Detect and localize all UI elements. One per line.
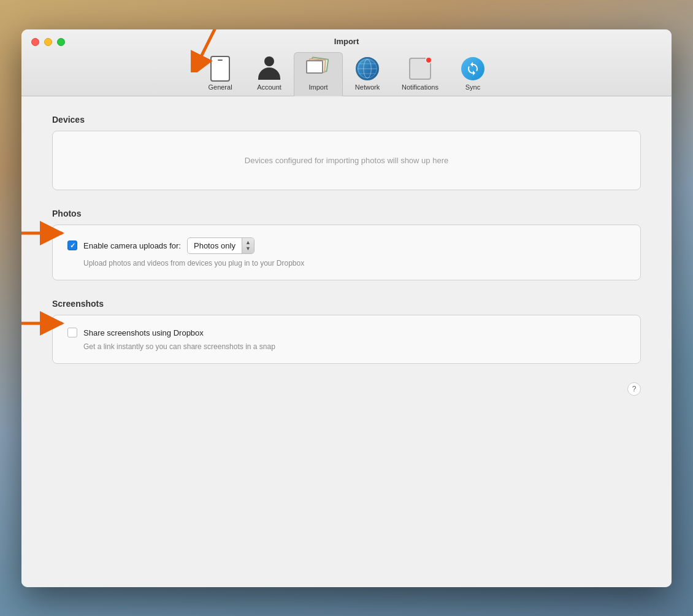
toolbar-item-account[interactable]: Account: [245, 53, 294, 96]
notifications-icon: [408, 56, 432, 81]
network-icon: [355, 56, 380, 81]
app-window: Import General Account: [21, 29, 672, 587]
devices-empty-message: Devices configured for importing photos …: [67, 144, 626, 177]
photos-section-title: Photos: [52, 209, 641, 218]
toolbar-item-import[interactable]: Import: [294, 52, 343, 96]
minimize-button[interactable]: [44, 38, 52, 46]
traffic-lights: [31, 38, 65, 46]
camera-uploads-label: Enable camera uploads for:: [83, 241, 181, 250]
window-title: Import: [334, 37, 359, 46]
toolbar-item-network[interactable]: Network: [343, 53, 392, 96]
toolbar-item-general[interactable]: General: [196, 53, 245, 96]
photos-section: Photos Enable camera uploads for: Photos…: [52, 209, 641, 281]
maximize-button[interactable]: [57, 38, 65, 46]
network-label: Network: [355, 83, 380, 91]
chevron-down-icon: ▼: [245, 245, 251, 252]
import-label: Import: [308, 83, 327, 91]
share-screenshots-row: Share screenshots using Dropbox: [67, 328, 626, 337]
toolbar-item-notifications[interactable]: Notifications: [392, 53, 448, 96]
notification-badge: [425, 56, 432, 64]
share-screenshots-checkbox[interactable]: [67, 328, 77, 337]
sync-icon: [461, 56, 485, 81]
notifications-label: Notifications: [402, 83, 438, 91]
general-label: General: [208, 83, 232, 91]
screenshots-helper-text: Get a link instantly so you can share sc…: [67, 342, 626, 351]
screenshots-section-title: Screenshots: [52, 299, 641, 309]
sync-label: Sync: [465, 83, 480, 91]
photos-box: Enable camera uploads for: Photos only ▲…: [52, 225, 641, 281]
toolbar-item-sync[interactable]: Sync: [448, 53, 497, 96]
devices-box: Devices configured for importing photos …: [52, 131, 641, 190]
photos-select-value: Photos only: [188, 239, 242, 253]
help-button[interactable]: ?: [627, 382, 641, 396]
photos-helper-text: Upload photos and videos from devices yo…: [67, 259, 626, 268]
content-area: Devices Devices configured for importing…: [21, 96, 672, 587]
photos-select-wrapper[interactable]: Photos only ▲ ▼: [187, 237, 255, 255]
chevron-up-icon: ▲: [245, 239, 251, 246]
devices-section: Devices Devices configured for importing…: [52, 115, 641, 190]
general-icon: [208, 56, 232, 81]
account-label: Account: [257, 83, 281, 91]
account-icon: [257, 56, 281, 81]
close-button[interactable]: [31, 38, 39, 46]
import-icon: [306, 56, 331, 81]
camera-uploads-checkbox[interactable]: [67, 241, 77, 250]
share-screenshots-label: Share screenshots using Dropbox: [83, 328, 204, 337]
screenshots-box: Share screenshots using Dropbox Get a li…: [52, 315, 641, 364]
photos-select-arrows[interactable]: ▲ ▼: [242, 238, 254, 254]
toolbar: General Account: [196, 52, 497, 96]
devices-section-title: Devices: [52, 115, 641, 125]
screenshots-section: Screenshots Share screenshots using Drop…: [52, 299, 641, 364]
camera-uploads-row: Enable camera uploads for: Photos only ▲…: [67, 237, 626, 255]
titlebar: Import General Account: [21, 29, 672, 96]
